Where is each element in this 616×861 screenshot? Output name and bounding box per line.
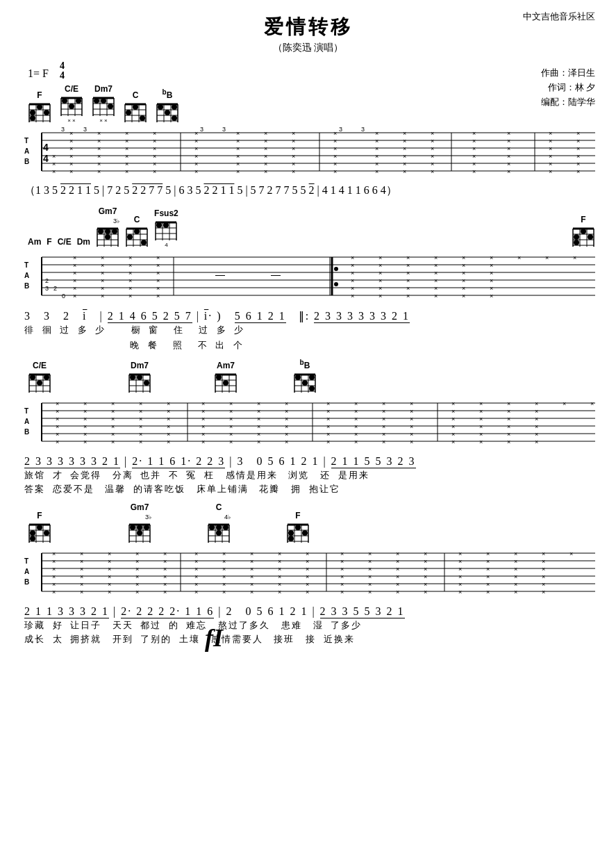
svg-text:×: × [333,153,337,160]
svg-text:×: × [378,254,382,261]
svg-point-319 [44,375,49,380]
svg-text:×: × [378,277,382,284]
svg-text:×: × [194,145,198,152]
svg-text:×: × [163,581,167,588]
svg-point-33 [108,104,113,109]
svg-text:×: × [545,254,549,261]
svg-text:×: × [451,416,455,423]
svg-text:×: × [576,168,580,175]
svg-text:×: × [236,138,240,145]
chord-C-diagram [124,101,147,124]
svg-text:×: × [153,168,156,175]
bottom-fi-text: fI [205,623,223,653]
svg-text:×: × [340,558,344,565]
svg-text:×: × [201,438,205,445]
bridge-tab-staff: T A B × × × × × × × × × × × × × × × × × … [21,546,595,598]
svg-text:×: × [163,550,167,557]
svg-point-318 [37,380,42,386]
svg-text:4: 4 [43,153,49,164]
svg-text:×: × [406,254,410,261]
svg-text:×: × [292,153,295,160]
svg-text:3: 3 [200,126,203,133]
svg-point-340 [223,380,228,386]
intro-chord-diagrams: F C/E [21,84,595,124]
svg-text:×: × [472,153,476,160]
chord-Dm7-2-diagram [128,372,151,394]
svg-text:×: × [507,408,510,415]
svg-text:×: × [135,550,139,557]
svg-text:×: × [278,566,281,573]
svg-point-317 [30,375,35,380]
svg-text:×: × [153,138,156,145]
svg-text:×: × [431,153,434,160]
svg-text:×: × [229,438,233,445]
svg-text:×: × [167,423,170,430]
svg-text:×: × [403,161,406,167]
svg-text:×: × [264,153,267,160]
svg-text:×: × [434,254,438,261]
svg-text:×: × [333,130,337,137]
svg-text:×: × [153,130,156,137]
svg-text:—: — [215,269,225,280]
key-signature: 1= F 4 4 [28,60,595,81]
svg-text:×: × [306,581,309,588]
svg-text:×: × [278,550,281,557]
chord-bB: bB [156,88,179,124]
svg-text:×: × [257,408,260,415]
svg-text:×: × [135,558,139,565]
svg-text:×: × [507,431,510,438]
svg-point-351 [309,375,315,380]
svg-text:×: × [368,589,372,596]
svg-text:×: × [507,130,510,137]
svg-text:3: 3 [339,126,342,133]
svg-text:×: × [264,145,267,152]
svg-point-493 [144,525,149,530]
svg-point-482 [44,530,49,536]
svg-text:×: × [486,566,490,573]
svg-text:×: × [229,416,233,423]
bridge-lyrics1: 珍藏 好 让日子 天天 都过 的 难忘 熬过了多久 患难 湿 了多少 [24,619,595,632]
svg-text:×: × [396,566,399,573]
svg-point-479 [30,530,35,536]
svg-text:×: × [52,550,56,557]
svg-text:4: 4 [43,142,49,153]
svg-text:×: × [194,161,198,167]
svg-text:×: × [285,416,288,423]
svg-text:×: × [462,254,465,261]
svg-point-515 [288,530,294,536]
svg-point-8 [30,110,35,115]
svg-point-211 [163,222,169,228]
svg-text:×: × [472,161,476,167]
svg-text:×: × [368,550,372,557]
svg-text:×: × [306,589,309,596]
svg-text:×: × [194,589,198,596]
svg-text:×: × [396,589,399,596]
svg-text:×: × [236,161,240,167]
chord-bB2-diagram [293,372,317,394]
chord-Fsus2: Fsus2 4 [154,208,178,248]
svg-text:×: × [382,400,385,407]
svg-point-222 [581,229,586,234]
svg-text:×: × [52,589,56,596]
svg-text:×: × [56,438,59,445]
svg-text:×: × [451,438,455,445]
svg-text:×: × [351,293,354,300]
svg-text:×: × [458,566,462,573]
svg-text:×: × [368,558,372,565]
svg-text:×: × [194,558,198,565]
svg-text:×: × [451,431,455,438]
svg-text:×: × [514,589,517,596]
svg-text:×: × [201,416,205,423]
svg-text:×: × [507,168,510,175]
svg-text:×: × [69,161,73,167]
svg-text:×: × [264,161,267,167]
svg-text:×: × [434,262,438,269]
credits: 作曲：泽日生 作词：林 夕 编配：陆学华 [541,66,595,109]
svg-text:×: × [514,581,517,588]
svg-text:×: × [306,573,309,580]
chord-bB-diagram [156,101,179,124]
svg-point-201 [141,240,147,245]
chord-F: F [28,90,51,124]
svg-text:×: × [354,400,358,407]
svg-text:×: × [229,431,233,438]
